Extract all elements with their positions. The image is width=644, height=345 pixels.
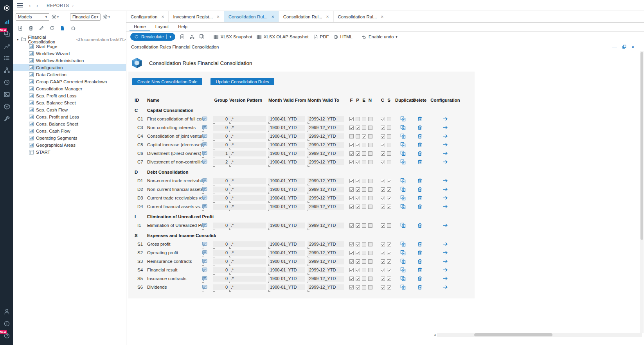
group-input[interactable] bbox=[213, 159, 229, 165]
horizontal-scrollbar-track[interactable] bbox=[437, 333, 642, 337]
month-valid-to-input[interactable] bbox=[308, 159, 344, 165]
checkbox-N[interactable] bbox=[368, 268, 372, 272]
delete-button[interactable] bbox=[417, 133, 423, 139]
duplicate-button[interactable] bbox=[400, 133, 406, 139]
col-delete[interactable]: Delete bbox=[411, 98, 429, 102]
checkbox-P[interactable] bbox=[356, 259, 360, 264]
checkbox-C[interactable] bbox=[381, 285, 385, 289]
duplicate-button[interactable] bbox=[400, 187, 406, 192]
configuration-link[interactable] bbox=[443, 142, 448, 147]
html-button[interactable]: HTML bbox=[333, 34, 353, 40]
checkbox-E[interactable] bbox=[362, 143, 366, 147]
group-input[interactable] bbox=[213, 133, 229, 139]
rail-info-icon[interactable] bbox=[0, 318, 13, 330]
close-tab-icon[interactable]: × bbox=[161, 14, 164, 19]
delete-button[interactable] bbox=[417, 116, 423, 122]
delete-button[interactable] bbox=[417, 187, 423, 192]
month-valid-from-input[interactable] bbox=[268, 259, 305, 264]
col-n[interactable]: N bbox=[367, 98, 373, 102]
checkbox-P[interactable] bbox=[356, 268, 360, 272]
month-valid-from-input[interactable] bbox=[268, 142, 305, 148]
checkbox-N[interactable] bbox=[368, 143, 372, 147]
tree-item-geographical-areas[interactable]: Geographical Areas bbox=[13, 142, 126, 149]
configuration-link[interactable] bbox=[443, 250, 448, 255]
group-input[interactable] bbox=[213, 223, 229, 228]
refresh-button[interactable] bbox=[49, 25, 55, 31]
checkbox-C[interactable] bbox=[381, 117, 385, 121]
month-valid-from-input[interactable] bbox=[268, 223, 305, 228]
close-tab-icon[interactable]: × bbox=[381, 14, 383, 19]
menu-help[interactable]: Help bbox=[174, 23, 192, 31]
comment-icon[interactable] bbox=[202, 284, 207, 290]
checkbox-E[interactable] bbox=[362, 223, 366, 228]
checkbox-N[interactable] bbox=[368, 134, 372, 138]
version-pattern-input[interactable] bbox=[229, 116, 266, 122]
month-valid-to-input[interactable] bbox=[308, 142, 344, 148]
month-valid-from-input[interactable] bbox=[268, 125, 305, 131]
delete-button[interactable] bbox=[28, 25, 34, 31]
version-pattern-input[interactable] bbox=[229, 151, 266, 156]
col-duplicate[interactable]: Duplicate bbox=[395, 98, 411, 102]
checkbox-F[interactable] bbox=[349, 251, 354, 255]
month-valid-to-input[interactable] bbox=[308, 284, 344, 290]
checkbox-E[interactable] bbox=[362, 179, 366, 183]
checkbox-E[interactable] bbox=[362, 285, 366, 289]
checkbox-E[interactable] bbox=[362, 187, 366, 192]
xlsx-snapshot-button[interactable]: XLSX Snapshot bbox=[214, 34, 252, 40]
checkbox-F[interactable] bbox=[349, 160, 354, 164]
checkbox-S[interactable] bbox=[387, 251, 391, 255]
comment-icon[interactable] bbox=[202, 187, 207, 192]
duplicate-button[interactable] bbox=[400, 125, 406, 130]
checkbox-N[interactable] bbox=[368, 160, 372, 164]
col-configuration[interactable]: Configuration bbox=[429, 98, 462, 102]
col-month-valid-from[interactable]: Month Valid From bbox=[268, 98, 308, 102]
checkbox-E[interactable] bbox=[362, 242, 366, 246]
checkbox-P[interactable] bbox=[356, 179, 360, 183]
checkbox-N[interactable] bbox=[368, 285, 372, 289]
checkbox-S[interactable] bbox=[387, 259, 391, 264]
checkbox-P[interactable] bbox=[356, 117, 360, 121]
checkbox-P[interactable] bbox=[356, 143, 360, 147]
checkbox-S[interactable] bbox=[387, 223, 391, 228]
delete-button[interactable] bbox=[417, 267, 423, 273]
duplicate-button[interactable] bbox=[400, 142, 406, 147]
delete-button[interactable] bbox=[417, 250, 423, 255]
tree-root[interactable]: ▾ Financial Consolidation <Documentation… bbox=[13, 36, 126, 43]
col-group[interactable]: Group bbox=[211, 98, 229, 102]
tree-item-workflow-wizard[interactable]: Workflow Wizard bbox=[13, 50, 126, 57]
checkbox-N[interactable] bbox=[368, 277, 372, 281]
checkbox-C[interactable] bbox=[381, 126, 385, 130]
model-settings-button[interactable]: ▾ bbox=[103, 14, 110, 20]
close-tab-icon[interactable]: × bbox=[217, 14, 219, 19]
configuration-link[interactable] bbox=[443, 178, 448, 183]
tab-consolidation-rul[interactable]: Consolidation Rul...× bbox=[279, 11, 334, 22]
configuration-link[interactable] bbox=[443, 284, 448, 290]
configuration-link[interactable] bbox=[443, 223, 448, 228]
delete-button[interactable] bbox=[417, 276, 423, 281]
checkbox-N[interactable] bbox=[368, 223, 372, 228]
copy-button[interactable] bbox=[199, 34, 205, 40]
group-input[interactable] bbox=[213, 187, 229, 192]
checkbox-S[interactable] bbox=[387, 126, 391, 130]
checkbox-P[interactable] bbox=[356, 151, 360, 156]
configuration-link[interactable] bbox=[443, 116, 448, 122]
tree-item-data-collection[interactable]: Data Collection bbox=[13, 71, 126, 78]
checkbox-E[interactable] bbox=[362, 196, 366, 200]
checkbox-S[interactable] bbox=[387, 205, 391, 209]
rail-scheduler-icon[interactable] bbox=[0, 76, 13, 88]
checkbox-C[interactable] bbox=[381, 134, 385, 138]
month-valid-to-input[interactable] bbox=[308, 125, 344, 131]
month-valid-to-input[interactable] bbox=[308, 267, 344, 273]
rename-button[interactable] bbox=[39, 25, 44, 31]
chevron-down-icon[interactable]: ▾ bbox=[169, 35, 171, 39]
checkbox-C[interactable] bbox=[381, 151, 385, 156]
tree-item-operating-segments[interactable]: Operating Segments bbox=[13, 135, 126, 142]
configuration-link[interactable] bbox=[443, 195, 448, 201]
pdf-button[interactable]: PDF bbox=[313, 34, 329, 40]
cut-button[interactable] bbox=[189, 34, 195, 40]
month-valid-to-input[interactable] bbox=[308, 187, 344, 192]
checkbox-F[interactable] bbox=[349, 117, 354, 121]
rail-frames-icon[interactable]: NEW bbox=[0, 28, 13, 40]
duplicate-button[interactable] bbox=[400, 151, 406, 156]
delete-button[interactable] bbox=[417, 125, 423, 130]
